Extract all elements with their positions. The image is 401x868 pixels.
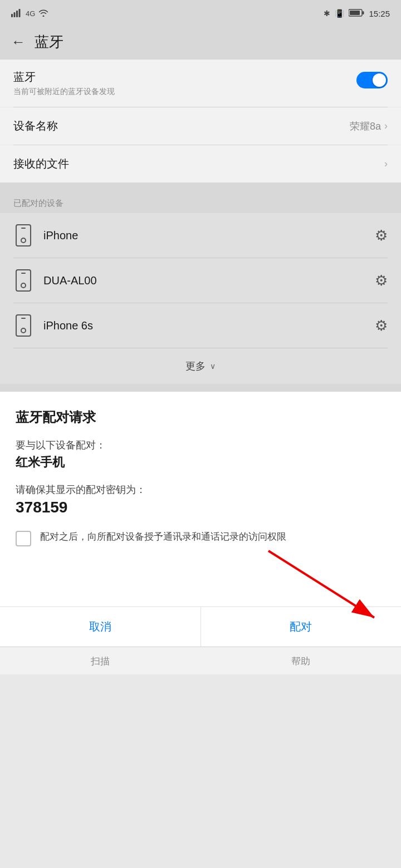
- section-gap-1: [0, 183, 401, 190]
- more-label: 更多: [185, 359, 206, 373]
- device-name-row[interactable]: 设备名称 荣耀8a ›: [0, 107, 401, 145]
- bluetooth-label: 蓝牙: [13, 70, 115, 85]
- device-row-left-iphone: iPhone: [13, 223, 78, 248]
- device-icon-iphone6s: [13, 313, 33, 338]
- device-row-left-duaal00: DUA-AL00: [13, 268, 97, 293]
- topbar: ← 蓝牙: [0, 24, 401, 60]
- status-right: ✱ 📳 15:25: [324, 9, 390, 18]
- device-icon-duaal00: [13, 268, 33, 293]
- svg-line-8: [268, 551, 374, 618]
- svg-rect-6: [350, 11, 360, 15]
- red-arrow-svg: [235, 540, 391, 629]
- svg-rect-3: [19, 9, 21, 17]
- bluetooth-toggle[interactable]: [356, 72, 388, 88]
- paired-section-label: 已配对的设备: [0, 190, 401, 213]
- chevron-icon-device: ›: [384, 120, 388, 132]
- device-name-label: 设备名称: [13, 119, 58, 134]
- section-gap-2: [0, 384, 401, 392]
- svg-rect-5: [363, 11, 364, 14]
- dialog-device-name: 红米手机: [16, 454, 385, 471]
- back-button[interactable]: ←: [11, 33, 26, 51]
- signal-type: 4G: [26, 9, 35, 18]
- bluetooth-pair-dialog: 蓝牙配对请求 要与以下设备配对： 红米手机 请确保其显示的配对密钥为： 3781…: [0, 392, 401, 647]
- wifi-icon: [38, 9, 48, 18]
- phone-shape-duaal00: [16, 269, 31, 292]
- device-name-value-group: 荣耀8a ›: [350, 120, 388, 133]
- phone-shape-iphone: [16, 224, 31, 246]
- device-row-left-iphone6s: iPhone 6s: [13, 313, 93, 338]
- device-row-iphone[interactable]: iPhone ⚙: [0, 213, 401, 258]
- received-files-label: 接收的文件: [13, 156, 69, 171]
- received-files-row[interactable]: 接收的文件 ›: [0, 145, 401, 183]
- dialog-pin-label: 请确保其显示的配对密钥为：: [16, 483, 385, 496]
- status-left: 4G: [11, 8, 48, 19]
- vibrate-icon: 📳: [335, 9, 344, 18]
- device-icon-iphone: [13, 223, 33, 248]
- more-button[interactable]: 更多 ∨: [0, 348, 401, 384]
- time-display: 15:25: [369, 9, 390, 18]
- svg-rect-1: [14, 12, 16, 17]
- signal-icon: [11, 8, 22, 19]
- device-row-iphone6s[interactable]: iPhone 6s ⚙: [0, 303, 401, 348]
- svg-rect-2: [16, 11, 18, 17]
- gear-icon-iphone[interactable]: ⚙: [375, 227, 388, 244]
- svg-rect-0: [11, 14, 13, 17]
- device-name-value: 荣耀8a: [350, 120, 381, 133]
- gear-icon-duaal00[interactable]: ⚙: [375, 272, 388, 289]
- device-name-duaal00: DUA-AL00: [43, 274, 97, 287]
- dialog-wrapper: 蓝牙配对请求 要与以下设备配对： 红米手机 请确保其显示的配对密钥为： 3781…: [0, 392, 401, 647]
- arrow-area: [16, 562, 385, 606]
- bottom-nav: 扫描 帮助: [0, 647, 401, 674]
- bluetooth-label-group: 蓝牙 当前可被附近的蓝牙设备发现: [13, 70, 115, 97]
- cancel-button[interactable]: 取消: [0, 607, 201, 647]
- dialog-desc-line1: 要与以下设备配对：: [16, 438, 385, 452]
- battery-icon: [349, 9, 364, 18]
- dialog-title: 蓝牙配对请求: [16, 408, 385, 426]
- dialog-checkbox[interactable]: [16, 531, 31, 546]
- device-list: iPhone ⚙ DUA-AL00 ⚙ iPhone 6s ⚙ 更多 ∨: [0, 213, 401, 384]
- more-chevron-icon: ∨: [210, 362, 216, 371]
- page-title: 蓝牙: [35, 32, 63, 52]
- bluetooth-subtitle: 当前可被附近的蓝牙设备发现: [13, 87, 115, 97]
- device-name-iphone: iPhone: [43, 229, 78, 242]
- nav-scan[interactable]: 扫描: [0, 647, 200, 674]
- status-bar: 4G ✱ 📳 15:25: [0, 0, 401, 24]
- phone-shape-iphone6s: [16, 314, 31, 337]
- bluetooth-status-icon: ✱: [324, 9, 330, 18]
- chevron-icon-files: ›: [384, 158, 388, 170]
- nav-help[interactable]: 帮助: [200, 647, 401, 674]
- device-row-duaal00[interactable]: DUA-AL00 ⚙: [0, 258, 401, 303]
- gear-icon-iphone6s[interactable]: ⚙: [375, 317, 388, 334]
- dialog-pin: 378159: [16, 499, 385, 516]
- device-name-iphone6s: iPhone 6s: [43, 319, 93, 332]
- bluetooth-toggle-row: 蓝牙 当前可被附近的蓝牙设备发现: [0, 60, 401, 107]
